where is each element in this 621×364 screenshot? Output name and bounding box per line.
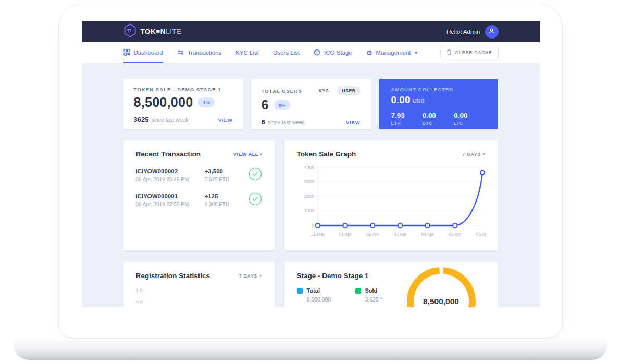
currency-unit: BTC bbox=[423, 121, 454, 126]
check-circle-icon bbox=[249, 192, 262, 208]
amount-collected-value: 0.00 bbox=[391, 94, 411, 106]
legend-label: Total bbox=[307, 287, 320, 294]
svg-text:01 Apr: 01 Apr bbox=[339, 232, 352, 237]
grid-icon bbox=[123, 49, 130, 57]
svg-text:06 Apr: 06 Apr bbox=[476, 232, 485, 237]
total-users-value: 6 bbox=[262, 97, 269, 112]
svg-text:02 Apr: 02 Apr bbox=[366, 232, 379, 237]
y-axis-tick-label: 0.8 bbox=[136, 299, 262, 305]
currency-btc: 0.00 BTC bbox=[423, 111, 454, 126]
legend-label: Sold bbox=[365, 287, 378, 294]
brand-name-bold: TOK≡N bbox=[141, 28, 166, 35]
transaction-id: ICIYOW000001 bbox=[136, 193, 205, 199]
nav-label: Dashboard bbox=[134, 49, 163, 56]
recent-transactions-card: Recent Transaction VIEW ALL › ICIYOW0000… bbox=[123, 140, 275, 250]
nav-item-dashboard[interactable]: Dashboard bbox=[123, 42, 163, 63]
token-sale-delta: 3625 bbox=[134, 116, 149, 123]
view-all-link[interactable]: VIEW ALL › bbox=[233, 151, 262, 157]
svg-text:03 Apr: 03 Apr bbox=[393, 232, 406, 237]
chevron-down-icon: ▾ bbox=[259, 273, 262, 278]
registration-range-label: 7 DAYS bbox=[239, 273, 257, 279]
brand-logo-icon: TL bbox=[123, 23, 136, 40]
total-users-view-link[interactable]: VIEW bbox=[346, 120, 360, 125]
svg-text:3000: 3000 bbox=[304, 179, 314, 184]
nav-item-kyc-list[interactable]: KYC List bbox=[235, 42, 259, 63]
svg-text:2000: 2000 bbox=[304, 194, 314, 199]
svg-text:TL: TL bbox=[127, 28, 133, 33]
toggle-user[interactable]: USER bbox=[337, 86, 360, 95]
svg-text:31 Mar: 31 Mar bbox=[310, 232, 325, 237]
transaction-eth: 0.308 ETH bbox=[205, 202, 249, 207]
avatar[interactable] bbox=[485, 25, 499, 39]
nav-item-users-list[interactable]: Users List bbox=[273, 42, 300, 63]
transaction-id: ICIYOW000002 bbox=[136, 168, 205, 174]
graph-range-label: 7 DAYS bbox=[463, 152, 481, 157]
middle-row: Recent Transaction VIEW ALL › ICIYOW0000… bbox=[123, 140, 499, 250]
chevron-right-icon: › bbox=[260, 151, 262, 157]
transaction-amount: +125 bbox=[205, 193, 249, 199]
recent-transactions-title: Recent Transaction bbox=[136, 150, 201, 158]
bottom-row: Registration Statistics 7 DAYS▾ 1.00.80.… bbox=[123, 262, 499, 307]
nav-item-management[interactable]: ⚙Management▾ bbox=[366, 42, 417, 63]
currency-eth: 7.93 ETH bbox=[391, 111, 423, 126]
nav-label: KYC List bbox=[235, 49, 259, 56]
token-sale-card: TOKEN SALE - DEMO STAGE 1 8,500,000 1% 3… bbox=[123, 79, 243, 129]
user-icon bbox=[488, 27, 495, 36]
laptop-mockup: TL TOK≡NLITE Hello! Admin bbox=[59, 4, 562, 338]
amount-collected-unit: USD bbox=[413, 98, 424, 104]
nav-label: ICO Stage bbox=[324, 49, 352, 56]
clear-cache-button[interactable]: CLEAR CACHE bbox=[440, 46, 499, 59]
dashboard-content: TOKEN SALE - DEMO STAGE 1 8,500,000 1% 3… bbox=[82, 63, 540, 307]
currency-ltc: 0.00 LTC bbox=[454, 111, 485, 126]
svg-text:4000: 4000 bbox=[304, 165, 314, 170]
transaction-date: 06 Apr, 2019 05:46 PM bbox=[136, 177, 205, 182]
currency-value: 7.93 bbox=[391, 111, 423, 119]
token-sale-percent-badge: 1% bbox=[198, 97, 215, 107]
amount-collected-title: AMOUNT COLLECTED bbox=[391, 86, 486, 92]
registration-statistics-card: Registration Statistics 7 DAYS▾ 1.00.80.… bbox=[123, 262, 275, 307]
currency-value: 0.00 bbox=[423, 111, 454, 119]
total-users-delta-caption: since last week bbox=[268, 119, 305, 125]
stage-donut-chart: 8,500,000 TLE bbox=[407, 267, 476, 307]
transaction-amount: +3,500 bbox=[205, 168, 249, 174]
check-circle-icon bbox=[249, 167, 262, 183]
legend-swatch bbox=[297, 288, 303, 294]
legend-item-total: Total 8,500,000 bbox=[297, 287, 355, 303]
registration-chart-y-axis: 1.00.80.6 bbox=[136, 287, 262, 307]
brand[interactable]: TL TOK≡NLITE bbox=[123, 23, 182, 40]
nav-item-ico-stage[interactable]: ICO Stage bbox=[314, 42, 352, 63]
total-users-title: TOTAL USERS bbox=[262, 88, 302, 94]
transaction-date: 06 Apr, 2019 02:55 PM bbox=[136, 202, 205, 207]
legend-value: 8,500,000 bbox=[307, 296, 355, 303]
transaction-eth: 7.620 ETH bbox=[205, 177, 249, 182]
token-sale-delta-caption: since last week bbox=[151, 117, 188, 123]
graph-range-dropdown[interactable]: 7 DAYS▾ bbox=[463, 152, 486, 157]
stage-card: Stage - Demo Stage 1 Total 8,500,000 Sol… bbox=[284, 262, 498, 307]
main-nav: DashboardTransactionsKYC ListUsers ListI… bbox=[82, 42, 540, 63]
total-users-card: TOTAL USERS KYC USER 6 0% bbox=[251, 79, 371, 129]
svg-text:0: 0 bbox=[312, 223, 314, 228]
svg-text:05 Apr: 05 Apr bbox=[449, 232, 462, 237]
brand-name-light: LITE bbox=[166, 28, 182, 35]
laptop-base bbox=[14, 339, 607, 360]
toggle-kyc[interactable]: KYC bbox=[314, 86, 334, 95]
nav-item-transactions[interactable]: Transactions bbox=[177, 42, 221, 63]
trash-icon bbox=[446, 49, 452, 56]
gauge-value: 8,500,000 bbox=[407, 297, 476, 306]
currency-value: 0.00 bbox=[454, 111, 485, 119]
nav-label: Management bbox=[376, 49, 411, 56]
total-users-percent-badge: 0% bbox=[274, 100, 291, 110]
nav-label: Users List bbox=[273, 49, 300, 56]
chevron-down-icon: ▾ bbox=[415, 51, 417, 55]
clear-cache-label: CLEAR CACHE bbox=[455, 50, 492, 55]
app-screen: TL TOK≡NLITE Hello! Admin bbox=[82, 21, 540, 307]
token-sale-view-link[interactable]: VIEW bbox=[218, 117, 232, 123]
nav-label: Transactions bbox=[188, 49, 221, 56]
total-users-delta: 6 bbox=[262, 118, 265, 126]
cube-icon bbox=[314, 49, 320, 57]
registration-range-dropdown[interactable]: 7 DAYS▾ bbox=[239, 273, 262, 279]
legend-swatch bbox=[355, 288, 361, 294]
currency-unit: LTC bbox=[454, 121, 485, 126]
greeting-text: Hello! Admin bbox=[446, 29, 480, 35]
svg-text:1000: 1000 bbox=[304, 208, 314, 214]
